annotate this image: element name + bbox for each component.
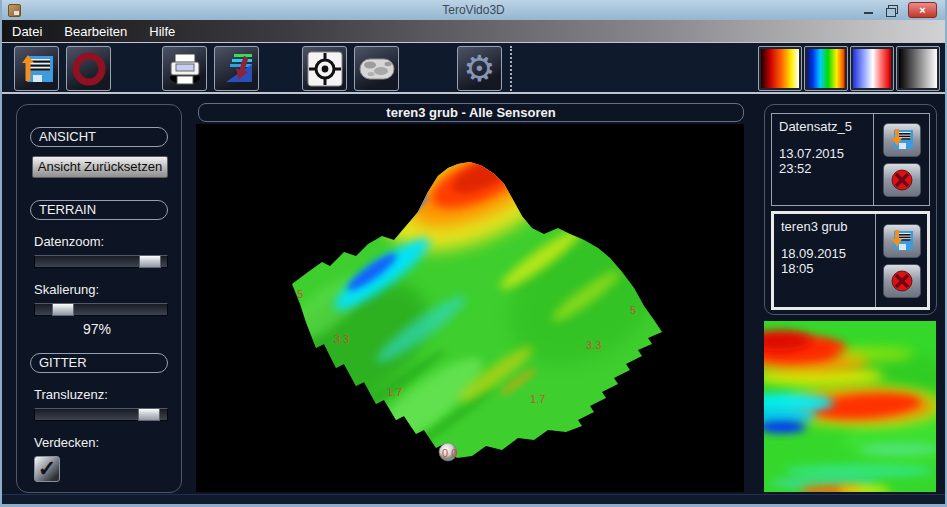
axis-left-5: 5: [297, 288, 303, 300]
dataset-time: 23:52: [779, 161, 871, 176]
verdecken-checkbox[interactable]: ✓: [34, 456, 60, 482]
heatmap-image: [764, 321, 936, 492]
load-floppy-icon: [19, 51, 55, 87]
datenzoom-slider[interactable]: [34, 255, 168, 268]
colormap-gray-swatch: [899, 49, 937, 88]
toolbar-separator: [510, 46, 512, 91]
transluzenz-slider-handle[interactable]: [138, 408, 160, 421]
delete-icon: [889, 168, 915, 192]
colormap-heat-swatch: [761, 49, 799, 88]
skalierung-value: 97%: [30, 321, 164, 337]
menu-datei[interactable]: Datei: [12, 24, 42, 39]
colormap-heat-button[interactable]: [758, 46, 802, 91]
axis-right-17: 1.7: [530, 393, 545, 405]
target-position-button[interactable]: [302, 46, 347, 91]
group-header-ansicht: ANSICHT: [30, 127, 168, 147]
export-button[interactable]: [214, 46, 259, 91]
crosshair-icon: [306, 50, 344, 88]
dataset-date: 13.07.2015: [779, 146, 871, 161]
dataset-card-1[interactable]: Datensatz_5 13.07.2015 23:52: [771, 113, 930, 206]
terrain-3d-viewport[interactable]: 5 3.3 1.7 5 3.3 1.7 0 0: [196, 124, 744, 492]
printer-icon: [166, 50, 204, 88]
colormap-rainbow-button[interactable]: [804, 46, 848, 91]
colormap-rainbow-swatch: [807, 49, 845, 88]
load-data-button[interactable]: [14, 46, 59, 91]
dataset-delete-button[interactable]: [883, 264, 921, 298]
colormap-bluered-button[interactable]: [850, 46, 894, 91]
skalierung-slider-handle[interactable]: [52, 303, 74, 316]
restore-button[interactable]: [885, 3, 898, 17]
group-header-terrain: TERRAIN: [30, 200, 168, 220]
transluzenz-slider[interactable]: [34, 408, 168, 421]
titlebar: TeroVido3D ×: [2, 0, 945, 20]
world-map-icon: [357, 49, 397, 89]
record-button[interactable]: [66, 46, 111, 91]
axis-left-33: 3.3: [334, 333, 349, 345]
world-map-button[interactable]: [354, 46, 399, 91]
export-layers-icon: [218, 50, 256, 88]
window-bottom-edge: [2, 494, 945, 504]
toolbar: ⚙: [2, 42, 945, 94]
terrain-surface: [239, 124, 696, 474]
terrain-3d-plot: 5 3.3 1.7 5 3.3 1.7 0 0: [196, 124, 744, 492]
control-sidebar: ANSICHT Ansicht Zurücksetzen TERRAIN Dat…: [16, 104, 182, 493]
dataset-panel: Datensatz_5 13.07.2015 23:52: [764, 104, 937, 315]
menu-bar: Datei Bearbeiten Hilfe: [2, 20, 945, 42]
heatmap-preview[interactable]: [764, 321, 936, 492]
check-icon: ✓: [38, 456, 56, 481]
minimize-button[interactable]: [863, 3, 875, 17]
window-title: TeroVido3D: [2, 3, 945, 17]
gear-icon: ⚙: [463, 51, 495, 87]
delete-icon: [889, 269, 915, 293]
transluzenz-label: Transluzenz:: [34, 387, 168, 402]
verdecken-label: Verdecken:: [34, 435, 168, 450]
dataset-delete-button[interactable]: [883, 163, 921, 197]
app-window: TeroVido3D × Datei Bearbeiten Hilfe: [0, 0, 947, 507]
view-title: teren3 grub - Alle Sensoren: [386, 105, 555, 120]
group-header-gitter: GITTER: [30, 353, 168, 373]
dataset-save-button[interactable]: [883, 123, 921, 157]
colormap-gray-button[interactable]: [896, 46, 940, 91]
dataset-name: Datensatz_5: [779, 119, 871, 134]
print-button[interactable]: [162, 46, 207, 91]
menu-hilfe[interactable]: Hilfe: [149, 24, 175, 39]
dataset-date: 18.09.2015: [781, 246, 873, 261]
save-floppy-icon: [889, 229, 915, 253]
menu-bearbeiten[interactable]: Bearbeiten: [64, 24, 127, 39]
datenzoom-slider-handle[interactable]: [139, 255, 161, 268]
dataset-save-button[interactable]: [883, 224, 921, 258]
axis-right-5: 5: [630, 304, 636, 316]
colormap-bluered-swatch: [853, 49, 891, 88]
save-floppy-icon: [889, 128, 915, 152]
skalierung-slider[interactable]: [34, 303, 168, 316]
dataset-card-2[interactable]: teren3 grub 18.09.2015 18:05: [771, 211, 930, 310]
axis-left-17: 1.7: [387, 386, 402, 398]
view-title-bar: teren3 grub - Alle Sensoren: [198, 103, 744, 122]
origin-label: 0 0: [442, 447, 457, 459]
record-ring-icon: [71, 51, 107, 87]
dataset-time: 18:05: [781, 261, 873, 276]
datenzoom-label: Datenzoom:: [34, 234, 168, 249]
skalierung-label: Skalierung:: [34, 282, 168, 297]
settings-button[interactable]: ⚙: [457, 46, 502, 91]
close-button[interactable]: ×: [908, 2, 937, 18]
dataset-name: teren3 grub: [781, 219, 873, 234]
axis-right-33: 3.3: [586, 339, 601, 351]
reset-view-button[interactable]: Ansicht Zurücksetzen: [32, 156, 168, 178]
